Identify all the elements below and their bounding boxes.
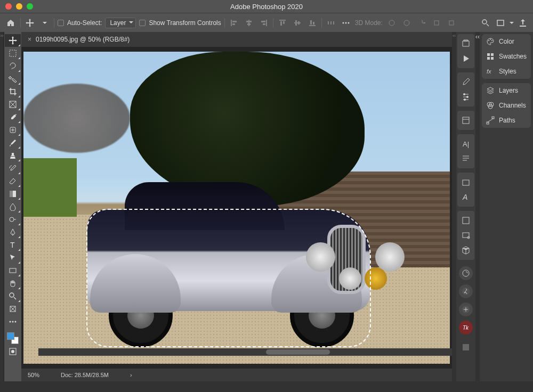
plugin-misc-icon[interactable] — [457, 340, 474, 355]
move-tool[interactable] — [5, 34, 21, 47]
align-right-edges-icon[interactable] — [258, 17, 270, 29]
search-icon[interactable] — [480, 17, 491, 29]
lasso-tool[interactable] — [5, 60, 21, 72]
svg-point-3 — [389, 20, 394, 26]
svg-point-20 — [12, 321, 14, 323]
collapse-handle-panels[interactable]: ‹‹ — [475, 32, 480, 381]
foreground-color-swatch[interactable] — [7, 332, 14, 340]
eyedropper-tool[interactable] — [5, 111, 21, 124]
more-options-icon[interactable] — [340, 17, 352, 29]
document-tab[interactable]: × 0199h0095.jpg @ 50% (RGB/8#) — [21, 32, 136, 47]
gradient-tool[interactable] — [5, 187, 21, 200]
glyphs-panel-icon[interactable]: A — [457, 190, 474, 205]
actions-panel-icon[interactable] — [457, 51, 474, 66]
clone-stamp-tool[interactable] — [5, 149, 21, 162]
quick-mask-tool[interactable] — [5, 345, 21, 358]
scrollbar-thumb[interactable] — [266, 349, 330, 355]
status-chevron-icon[interactable]: › — [130, 372, 132, 378]
align-vertical-centers-icon[interactable] — [292, 17, 303, 29]
auto-select-checkbox[interactable] — [58, 20, 64, 26]
brushes-panel-icon[interactable] — [457, 75, 474, 89]
close-window-button[interactable] — [5, 3, 12, 10]
crop-tool[interactable] — [5, 85, 21, 98]
svg-rect-42 — [487, 53, 490, 56]
maximize-window-button[interactable] — [27, 3, 33, 10]
color-swatches[interactable] — [6, 331, 20, 345]
minimize-window-button[interactable] — [16, 3, 22, 10]
adjustments-panel-icon[interactable] — [457, 89, 474, 104]
rectangle-tool[interactable] — [5, 264, 21, 277]
marquee-tool[interactable] — [5, 47, 21, 60]
panel-label: Swatches — [499, 53, 527, 60]
tool-preset-dropdown[interactable] — [39, 17, 51, 29]
magic-wand-tool[interactable] — [5, 72, 21, 85]
collapsed-panel-dock: A| A Tk — [456, 32, 475, 381]
panel-label: Layers — [499, 87, 518, 94]
pen-tool[interactable] — [5, 226, 21, 239]
plugin-tk-icon[interactable]: Tk — [459, 321, 473, 334]
plugin-panel-2-icon[interactable] — [459, 284, 473, 298]
collapse-handle-right[interactable]: ‹‹ — [452, 32, 456, 381]
character-panel-icon[interactable]: A| — [457, 136, 474, 151]
layers-panel-tab[interactable]: Layers — [482, 83, 531, 98]
edit-toolbar-icon[interactable] — [5, 315, 21, 328]
horizontal-scrollbar[interactable] — [38, 348, 452, 356]
canvas[interactable] — [23, 52, 450, 364]
zoom-tool[interactable] — [5, 290, 21, 303]
align-bottom-edges-icon[interactable] — [306, 17, 318, 29]
canvas-image-region — [23, 84, 130, 153]
palette-icon — [486, 37, 495, 46]
collapse-handle[interactable]: ›› — [0, 32, 4, 381]
color-panel-tab[interactable]: Color — [482, 34, 531, 49]
channels-panel-tab[interactable]: Channels — [482, 98, 531, 113]
svg-point-24 — [463, 93, 465, 95]
align-top-edges-icon[interactable] — [277, 17, 288, 29]
history-brush-tool[interactable] — [5, 162, 21, 175]
paths-panel-tab[interactable]: Paths — [482, 113, 531, 128]
chevron-down-icon[interactable] — [510, 21, 514, 25]
artboard-tool[interactable] — [5, 303, 21, 315]
dodge-tool[interactable] — [5, 213, 21, 226]
svg-rect-29 — [463, 180, 469, 185]
healing-brush-tool[interactable] — [5, 124, 21, 136]
plugin-panel-3-icon[interactable] — [459, 303, 473, 316]
auto-select-dropdown[interactable]: Layer — [105, 18, 136, 28]
swatches-panel-tab[interactable]: Swatches — [482, 49, 531, 64]
doc-info[interactable]: Doc: 28.5M/28.5M — [61, 372, 109, 378]
home-button[interactable] — [4, 17, 17, 29]
frame-tool[interactable] — [5, 98, 21, 111]
close-tab-icon[interactable]: × — [28, 36, 31, 43]
styles-panel-tab[interactable]: fx Styles — [482, 64, 531, 79]
show-transform-label: Show Transform Controls — [149, 19, 221, 27]
share-icon[interactable] — [517, 17, 529, 29]
type-tool[interactable]: T — [5, 239, 21, 251]
show-transform-checkbox[interactable] — [139, 20, 146, 26]
svg-rect-6 — [449, 21, 454, 25]
plugin-panel-1-icon[interactable] — [459, 266, 473, 280]
history-panel-icon[interactable] — [457, 36, 474, 51]
hand-tool[interactable] — [5, 277, 21, 290]
3d-panel-icon[interactable] — [457, 243, 474, 258]
3d-orbit-icon — [386, 17, 398, 29]
path-selection-tool[interactable] — [5, 251, 21, 264]
navigator-panel-icon[interactable] — [457, 228, 474, 243]
move-tool-icon[interactable] — [24, 17, 36, 29]
properties-panel-icon[interactable] — [457, 175, 474, 190]
svg-text:Tk: Tk — [463, 325, 469, 331]
align-horizontal-centers-icon[interactable] — [243, 17, 255, 29]
eraser-tool[interactable] — [5, 175, 21, 187]
paragraph-panel-icon[interactable] — [457, 151, 474, 166]
blur-tool[interactable] — [5, 200, 21, 213]
distribute-icon[interactable] — [325, 17, 337, 29]
zoom-level[interactable]: 50% — [28, 372, 39, 378]
libraries-panel-icon[interactable] — [457, 113, 474, 128]
divider — [273, 18, 273, 28]
canvas-image-subject — [77, 172, 391, 349]
svg-point-21 — [15, 321, 17, 323]
info-panel-icon[interactable] — [457, 213, 474, 228]
screen-mode-icon[interactable] — [495, 17, 506, 29]
align-left-edges-icon[interactable] — [228, 17, 240, 29]
toolbox: T — [4, 32, 21, 381]
brush-tool[interactable] — [5, 136, 21, 149]
canvas-viewport[interactable] — [21, 47, 452, 369]
